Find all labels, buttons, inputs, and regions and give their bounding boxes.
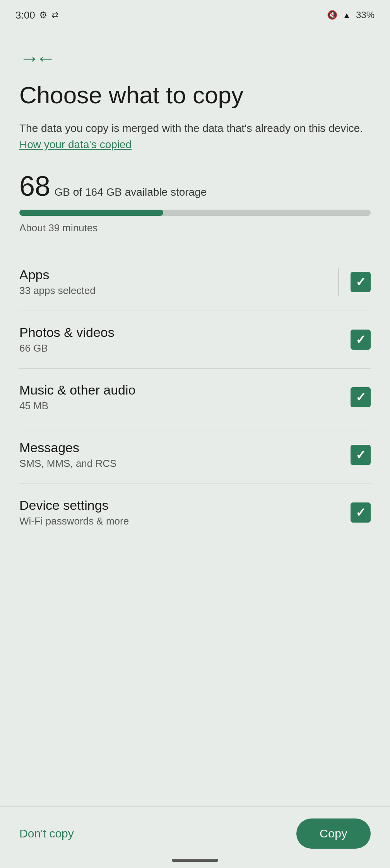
photos-subtitle: 66 GB bbox=[19, 342, 351, 354]
copy-button[interactable]: Copy bbox=[296, 818, 371, 849]
list-item: Device settings Wi-Fi passwords & more ✓ bbox=[19, 484, 371, 541]
device-settings-title: Device settings bbox=[19, 498, 351, 513]
description-main: The data you copy is merged with the dat… bbox=[19, 122, 363, 134]
check-icon: ✓ bbox=[356, 332, 366, 347]
main-content: → ← Choose what to copy The data you cop… bbox=[0, 27, 390, 619]
storage-info: 68 GB of 164 GB available storage bbox=[19, 170, 371, 202]
music-item-info: Music & other audio 45 MB bbox=[19, 383, 351, 412]
status-left: 3:00 ⚙ ⇄ bbox=[15, 9, 58, 21]
check-icon: ✓ bbox=[356, 505, 366, 520]
wifi-icon: ▲ bbox=[343, 11, 351, 20]
dont-copy-button[interactable]: Don't copy bbox=[19, 823, 74, 844]
list-item: Music & other audio 45 MB ✓ bbox=[19, 369, 371, 426]
apps-checkbox[interactable]: ✓ bbox=[351, 272, 371, 292]
music-checkbox[interactable]: ✓ bbox=[351, 387, 371, 407]
apps-title: Apps bbox=[19, 267, 327, 282]
device-settings-item-info: Device settings Wi-Fi passwords & more bbox=[19, 498, 351, 527]
transfer-icon-status: ⇄ bbox=[51, 10, 58, 20]
apps-separator bbox=[339, 268, 339, 296]
copy-items-list: Apps 33 apps selected ✓ Photos & videos … bbox=[19, 253, 371, 541]
transfer-icon-header: → ← bbox=[19, 46, 371, 70]
check-icon: ✓ bbox=[356, 448, 366, 462]
arrow-left-icon: ← bbox=[36, 46, 56, 70]
check-icon: ✓ bbox=[356, 390, 366, 405]
storage-progress-bar bbox=[19, 210, 371, 216]
check-icon: ✓ bbox=[356, 275, 366, 289]
music-subtitle: 45 MB bbox=[19, 400, 351, 412]
messages-title: Messages bbox=[19, 440, 351, 455]
messages-checkbox[interactable]: ✓ bbox=[351, 445, 371, 465]
photos-checkbox[interactable]: ✓ bbox=[351, 330, 371, 350]
transfer-arrows-icon: → ← bbox=[19, 46, 56, 70]
messages-subtitle: SMS, MMS, and RCS bbox=[19, 458, 351, 470]
description-text: The data you copy is merged with the dat… bbox=[19, 120, 371, 153]
storage-suffix: GB of 164 GB available storage bbox=[55, 186, 207, 198]
list-item: Apps 33 apps selected ✓ bbox=[19, 253, 371, 311]
page-title: Choose what to copy bbox=[19, 81, 371, 109]
list-item: Photos & videos 66 GB ✓ bbox=[19, 311, 371, 369]
photos-title: Photos & videos bbox=[19, 325, 351, 340]
status-right: 🔇 ▲ 33% bbox=[327, 10, 375, 21]
storage-number: 68 bbox=[19, 171, 50, 202]
device-settings-checkbox[interactable]: ✓ bbox=[351, 502, 371, 523]
gear-icon: ⚙ bbox=[39, 10, 48, 21]
messages-item-info: Messages SMS, MMS, and RCS bbox=[19, 440, 351, 470]
bottom-nav-indicator bbox=[172, 859, 218, 862]
how-data-copied-link[interactable]: How your data's copied bbox=[19, 138, 132, 150]
battery-display: 33% bbox=[356, 10, 375, 21]
photos-item-info: Photos & videos 66 GB bbox=[19, 325, 351, 354]
list-item: Messages SMS, MMS, and RCS ✓ bbox=[19, 426, 371, 484]
apps-item-info: Apps 33 apps selected bbox=[19, 267, 327, 297]
progress-bar-fill bbox=[19, 210, 163, 216]
time-estimate: About 39 minutes bbox=[19, 222, 371, 234]
apps-subtitle: 33 apps selected bbox=[19, 285, 327, 297]
music-title: Music & other audio bbox=[19, 383, 351, 398]
device-settings-subtitle: Wi-Fi passwords & more bbox=[19, 515, 351, 527]
status-bar: 3:00 ⚙ ⇄ 🔇 ▲ 33% bbox=[0, 0, 390, 27]
time-display: 3:00 bbox=[15, 9, 35, 21]
mute-icon: 🔇 bbox=[327, 10, 337, 20]
